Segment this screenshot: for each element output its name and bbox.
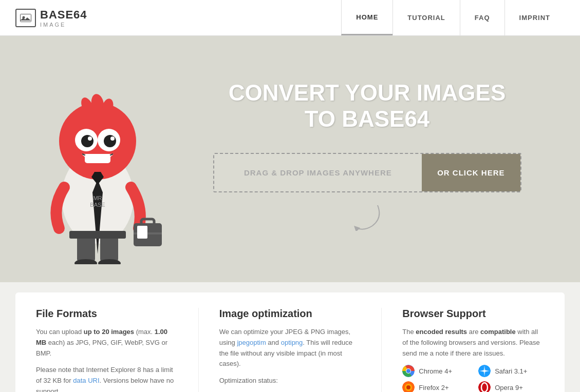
image-optimization-heading: Image optimization: [219, 308, 361, 320]
hero-title: CONVERT YOUR IMAGES TO BASE64: [229, 80, 506, 132]
svg-point-9: [81, 135, 93, 147]
drop-zone[interactable]: DRAG & DROP IMAGES ANYWHERE OR CLICK HER…: [213, 153, 521, 192]
svg-text:BASE: BASE: [90, 202, 105, 208]
browser-safari: Safari 3.1+: [478, 365, 544, 377]
svg-point-30: [406, 369, 410, 373]
browser-grid: Chrome 4+ Safari 3.1+: [402, 365, 544, 392]
svg-rect-24: [137, 226, 147, 239]
logo-icon: [15, 9, 36, 27]
svg-point-38: [406, 385, 410, 389]
svg-text:MR: MR: [93, 195, 102, 201]
main-nav: HOME TUTORIAL FAQ IMPRINT: [341, 0, 565, 35]
firefox-icon: [402, 381, 415, 392]
opt-status-label: Optimization status:: [219, 376, 361, 386]
file-formats-para1: You can upload up to 20 images (max. 1.0…: [36, 327, 178, 359]
click-here-button[interactable]: OR CLICK HERE: [422, 154, 520, 191]
mascot-svg: MR BASE: [31, 59, 164, 264]
file-formats-card: File Formats You can upload up to 20 ima…: [36, 308, 178, 392]
svg-rect-13: [85, 154, 110, 163]
hero-section: MR BASE CONVERT YOUR IMAGES TO BASE64 DR…: [0, 36, 580, 282]
jpegoptim-link[interactable]: jpegoptim: [237, 339, 266, 346]
safari-icon: [478, 365, 491, 377]
firefox-label: Firefox 2+: [419, 384, 448, 391]
safari-label: Safari 3.1+: [495, 367, 527, 375]
logo-text: BASE64 IMAGE: [40, 8, 87, 28]
browser-opera: Opera 9+: [478, 381, 544, 392]
browser-chrome: Chrome 4+: [402, 365, 468, 377]
chrome-icon: [402, 365, 415, 377]
file-formats-heading: File Formats: [36, 308, 178, 320]
drag-drop-label: DRAG & DROP IMAGES ANYWHERE: [214, 154, 422, 191]
browser-support-heading: Browser Support: [402, 308, 544, 320]
curl-arrow: [347, 200, 388, 233]
nav-home[interactable]: HOME: [341, 0, 392, 35]
chrome-label: Chrome 4+: [419, 367, 452, 375]
svg-point-11: [88, 136, 92, 141]
browser-support-card: Browser Support The encoded results are …: [381, 308, 544, 392]
file-formats-para2: Please note that Internet Explorer 8 has…: [36, 365, 178, 392]
site-logo: BASE64 IMAGE: [15, 8, 87, 28]
mascot-container: MR BASE: [31, 59, 164, 254]
opera-label: Opera 9+: [495, 384, 523, 391]
svg-rect-0: [21, 14, 31, 22]
logo-image-label: IMAGE: [40, 22, 87, 28]
data-uri-link[interactable]: data URI: [73, 377, 99, 384]
nav-imprint[interactable]: IMPRINT: [504, 0, 565, 35]
logo-base64-label: BASE64: [40, 8, 87, 22]
browser-firefox: Firefox 2+: [402, 381, 468, 392]
svg-point-3: [59, 103, 136, 180]
opera-icon: [478, 381, 491, 392]
image-optimization-card: Image optimization We can optimize your …: [198, 308, 361, 392]
svg-marker-27: [354, 226, 360, 231]
browser-support-intro: The encoded results are compatible with …: [402, 327, 544, 359]
hero-right: CONVERT YOUR IMAGES TO BASE64 DRAG & DRO…: [164, 80, 549, 232]
svg-point-10: [104, 135, 116, 147]
svg-point-12: [110, 136, 115, 141]
optipng-link[interactable]: optipng: [281, 339, 303, 346]
nav-tutorial[interactable]: TUTORIAL: [392, 0, 459, 35]
info-section: File Formats You can upload up to 20 ima…: [15, 292, 565, 392]
image-optimization-para: We can optimize your JPEG & PNG images, …: [219, 327, 361, 369]
site-header: BASE64 IMAGE HOME TUTORIAL FAQ IMPRINT: [0, 0, 580, 36]
nav-faq[interactable]: FAQ: [460, 0, 504, 35]
svg-rect-18: [69, 231, 126, 239]
